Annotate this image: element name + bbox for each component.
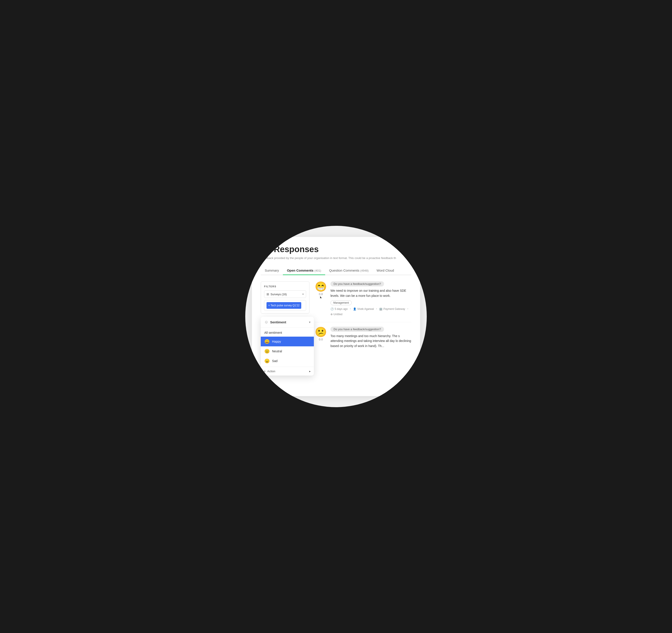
user-icon-1: 👤 (353, 307, 356, 310)
page-title: All Responses (261, 245, 411, 254)
comment-emoji-1: 😁 (315, 282, 327, 292)
all-sentiment-label: All sentiment (264, 331, 282, 334)
question-comments-count: (4948) (360, 269, 369, 272)
comment-text-2: Too many meetings and too much hierarchy… (331, 333, 411, 348)
sentiment-icon: ☺ (264, 320, 268, 325)
cursor-icon (320, 296, 322, 299)
neutral-label: Neutral (272, 350, 282, 353)
question-badge-2: Do you have a feedback/suggestion? (331, 327, 384, 332)
question-badge-1: Do you have a feedback/suggestion? (331, 281, 384, 286)
comment-score-2: 0.0 (319, 338, 323, 341)
comment-score-1: 0.8 (319, 293, 323, 296)
filters-box: FILTERS ⊞ Surveys (16) ▾ × Tech pulse su… (261, 281, 309, 313)
survey-label: Surveys (16) (270, 293, 287, 296)
user-label-1: Vivek Agarwal (357, 307, 374, 310)
meta-dot-1c: • (407, 307, 408, 310)
comment-body-1: Do you have a feedback/suggestion? We ne… (331, 281, 411, 316)
sentiment-option-all[interactable]: All sentiment (261, 329, 314, 337)
comment-top-2: 😕 0.0 Do you have a feedback/suggestion?… (315, 327, 411, 351)
survey-tag-label: × Tech pulse survey Q1'22 (268, 304, 299, 307)
survey-chevron-icon: ▾ (302, 293, 304, 296)
comment-text-1: We need to improve on our training and a… (331, 288, 411, 298)
meta-dot-1a: • (350, 307, 351, 310)
comment-emoji-2: 😕 (315, 327, 327, 337)
extra-label-1: ⊕ Untitled (331, 313, 342, 316)
survey-dropdown-left: ⊞ Surveys (16) (266, 293, 287, 296)
open-comments-count: (401) (314, 269, 321, 272)
happy-emoji: 😀 (264, 339, 270, 344)
tab-open-comments[interactable]: Open Comments (401) (283, 266, 325, 275)
tab-word-cloud[interactable]: Word Cloud (373, 266, 398, 275)
sad-label: Sad (272, 359, 278, 363)
comment-divider-1 (315, 322, 411, 322)
tab-question-comments[interactable]: Question Comments (4948) (325, 266, 373, 275)
survey-dropdown[interactable]: ⊞ Surveys (16) ▾ (264, 290, 306, 298)
topic-tag-1[interactable]: Management (331, 300, 352, 305)
sentiment-label: Sentiment (270, 320, 286, 324)
sad-emoji: 😠 (264, 358, 270, 363)
content-area: 😁 0.8 Do you have a feedback/suggestion?… (315, 281, 411, 357)
sentiment-option-sad[interactable]: 😠 Sad (261, 356, 314, 366)
comment-card-1: 😁 0.8 Do you have a feedback/suggestion?… (315, 281, 411, 316)
sentiment-chevron-icon: ▾ (309, 321, 310, 324)
tag-container: × Tech pulse survey Q1'22 (264, 300, 306, 311)
survey-icon: ⊞ (266, 293, 269, 296)
neutral-emoji: 😐 (264, 349, 270, 354)
tabs-bar: Summary Open Comments (401) Question Com… (261, 266, 411, 275)
meta-user-1: 👤 Vivek Agarwal (353, 307, 374, 310)
action-label: Action (267, 370, 275, 373)
sentiment-dropdown[interactable]: ☺ Sentiment ▾ All sentiment 😀 Happy (261, 317, 314, 376)
filters-title: FILTERS (264, 285, 306, 288)
emoji-score-2: 😕 0.0 (315, 327, 327, 341)
sentiment-header-left: ☺ Sentiment (264, 320, 286, 325)
comment-top-1: 😁 0.8 Do you have a feedback/suggestion?… (315, 281, 411, 316)
sentiment-option-neutral[interactable]: 😐 Neutral (261, 346, 314, 356)
meta-time-1: 🕐 5 days ago (331, 307, 348, 310)
main-layout: FILTERS ⊞ Surveys (16) ▾ × Tech pulse su… (261, 281, 411, 357)
comment-meta-1: 🕐 5 days ago • 👤 Vivek Agarwal • (331, 307, 411, 316)
sidebar: FILTERS ⊞ Surveys (16) ▾ × Tech pulse su… (261, 281, 309, 357)
dept-label-1: Payment Gateway (383, 307, 405, 310)
meta-extra-1: ⊕ Untitled (331, 313, 342, 316)
survey-tag[interactable]: × Tech pulse survey Q1'22 (266, 302, 301, 309)
sentiment-option-happy[interactable]: 😀 Happy (261, 337, 314, 346)
comment-card-2: 😕 0.0 Do you have a feedback/suggestion?… (315, 327, 411, 351)
sentiment-dropdown-header[interactable]: ☺ Sentiment ▾ (261, 317, 314, 328)
page-subtitle: Feedback provided by the people of your … (261, 256, 411, 260)
building-icon-1: 🏢 (379, 307, 383, 310)
comment-body-2: Do you have a feedback/suggestion? Too m… (331, 327, 411, 351)
emoji-score-1: 😁 0.8 (315, 282, 327, 299)
action-row[interactable]: ≡ Action ▸ (261, 367, 314, 376)
action-row-left: ≡ Action (264, 370, 275, 373)
happy-label: Happy (272, 340, 281, 343)
meta-dot-1b: • (376, 307, 377, 310)
action-icon: ≡ (264, 370, 266, 373)
sentiment-options-list: All sentiment 😀 Happy 😐 Neutral 😠 S (261, 328, 314, 367)
clock-icon-1: 🕐 (331, 307, 334, 310)
meta-dept-1: 🏢 Payment Gateway (379, 307, 405, 310)
tab-summary[interactable]: Summary (261, 266, 283, 275)
time-label-1: 5 days ago (335, 307, 348, 310)
action-chevron-icon: ▸ (309, 370, 311, 373)
